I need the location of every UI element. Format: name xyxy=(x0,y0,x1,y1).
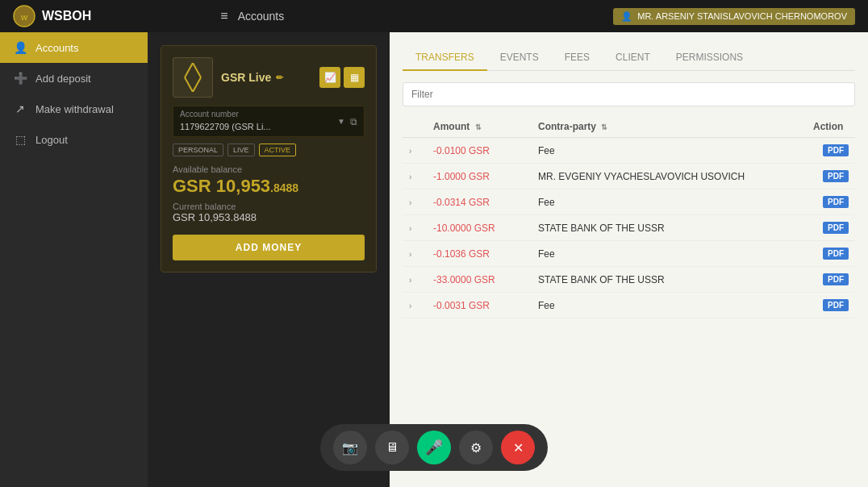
edit-icon[interactable]: ✏ xyxy=(276,73,283,83)
settings-icon: ⚙ xyxy=(470,440,482,456)
main-content: GSR Live ✏ 📈 ▦ Account number 1179622709… xyxy=(148,32,868,487)
row-amount: -33.0000 GSR xyxy=(433,274,495,285)
grid-button[interactable]: ▦ xyxy=(344,67,365,88)
row-expand-btn[interactable]: › xyxy=(409,302,411,310)
row-contra-party: Fee xyxy=(538,145,555,156)
table-row: › -33.0000 GSR STATE BANK OF THE USSR PD… xyxy=(403,267,855,293)
table-row: › -0.0100 GSR Fee PDF xyxy=(403,138,855,164)
badges-row: PERSONAL LIVE ACTIVE xyxy=(173,144,365,156)
available-balance-label: Available balance xyxy=(173,164,365,174)
account-number-info: Account number 1179622709 (GSR Li... xyxy=(180,110,271,133)
page-title: Accounts xyxy=(238,10,285,23)
filter-input[interactable] xyxy=(403,82,855,106)
row-contra-party: Fee xyxy=(538,197,555,208)
table-row: › -10.0000 GSR STATE BANK OF THE USSR PD… xyxy=(403,215,855,241)
sidebar-item-logout[interactable]: ⬚ Logout xyxy=(0,124,148,155)
withdrawal-icon: ↗ xyxy=(13,102,27,116)
logo-text: WSBOH xyxy=(42,9,91,23)
row-contra-party: Fee xyxy=(538,300,555,311)
row-expand-btn[interactable]: › xyxy=(409,147,411,156)
tab-permissions[interactable]: PERMISSIONS xyxy=(663,45,756,71)
row-amount: -0.1036 GSR xyxy=(433,248,490,260)
balance-whole: 10,953 xyxy=(216,176,270,196)
sidebar-label-add-deposit: Add deposit xyxy=(35,73,91,85)
account-panel: GSR Live ✏ 📈 ▦ Account number 1179622709… xyxy=(148,32,390,487)
badge-active: ACTIVE xyxy=(259,144,297,156)
row-contra-party: MR. EVGENIY VYACHESLAVOVICH USOVICH xyxy=(538,171,745,182)
current-balance-label: Current balance xyxy=(173,202,365,211)
row-pdf-button[interactable]: PDF xyxy=(823,196,849,208)
camera-icon: 📷 xyxy=(342,440,358,456)
row-amount: -10.0000 GSR xyxy=(433,223,495,234)
user-name: MR. ARSENIY STANISLAVOVICH CHERNOMOROV xyxy=(637,11,847,21)
add-deposit-icon: ➕ xyxy=(13,71,27,85)
tab-client[interactable]: CLIENT xyxy=(603,45,663,71)
row-expand-btn[interactable]: › xyxy=(409,250,411,259)
row-amount: -0.0031 GSR xyxy=(433,300,490,311)
microphone-icon: 🎤 xyxy=(425,439,443,456)
table-row: › -1.0000 GSR MR. EVGENIY VYACHESLAVOVIC… xyxy=(403,164,855,189)
available-balance-value: GSR 10,953.8488 xyxy=(173,176,365,197)
sidebar-label-withdrawal: Make withdrawal xyxy=(35,103,114,115)
row-expand-btn[interactable]: › xyxy=(409,173,411,181)
end-call-button[interactable]: ✕ xyxy=(501,431,535,464)
transfers-panel: TRANSFERS EVENTS FEES CLIENT PERMISSIONS… xyxy=(390,32,868,487)
copy-icon[interactable]: ⧉ xyxy=(350,116,357,127)
badge-personal: PERSONAL xyxy=(173,144,223,156)
topbar-title: ≡ Accounts xyxy=(220,9,613,23)
svg-line-5 xyxy=(193,77,201,92)
row-amount: -1.0000 GSR xyxy=(433,171,490,182)
tab-events[interactable]: EVENTS xyxy=(487,45,552,71)
balance-currency: GSR xyxy=(173,176,211,196)
account-card: GSR Live ✏ 📈 ▦ Account number 1179622709… xyxy=(161,45,377,273)
logo-icon: W xyxy=(13,5,35,27)
sidebar-item-add-deposit[interactable]: ➕ Add deposit xyxy=(0,63,148,94)
row-pdf-button[interactable]: PDF xyxy=(823,222,849,234)
accounts-icon: 👤 xyxy=(13,40,27,55)
row-pdf-button[interactable]: PDF xyxy=(823,170,849,182)
account-number-value: 1179622709 (GSR Li... xyxy=(180,122,271,131)
row-pdf-button[interactable]: PDF xyxy=(823,299,849,311)
sidebar-label-accounts: Accounts xyxy=(35,42,78,54)
row-expand-btn[interactable]: › xyxy=(409,224,411,233)
card-actions: 📈 ▦ xyxy=(319,67,365,88)
row-contra-party: STATE BANK OF THE USSR xyxy=(538,274,665,285)
tab-fees[interactable]: FEES xyxy=(552,45,603,71)
add-money-button[interactable]: ADD MONEY xyxy=(173,235,365,260)
row-expand-btn[interactable]: › xyxy=(409,198,411,207)
contra-sort-icon[interactable]: ⇅ xyxy=(601,123,607,131)
sidebar-item-accounts[interactable]: 👤 Accounts xyxy=(0,32,148,63)
balance-decimal: .8488 xyxy=(270,181,298,194)
svg-line-4 xyxy=(185,77,193,92)
current-balance-value: GSR 10,953.8488 xyxy=(173,211,365,223)
row-pdf-button[interactable]: PDF xyxy=(823,144,849,156)
floating-toolbar: 📷 🖥 🎤 ⚙ ✕ xyxy=(320,424,548,471)
col-header-action: Action xyxy=(807,116,855,138)
col-header-expand xyxy=(403,116,427,138)
svg-line-2 xyxy=(185,63,193,77)
topbar: W WSBOH ≡ Accounts 👤 MR. ARSENIY STANISL… xyxy=(0,0,868,32)
sidebar-item-make-withdrawal[interactable]: ↗ Make withdrawal xyxy=(0,94,148,124)
chart-button[interactable]: 📈 xyxy=(319,67,340,88)
logout-icon: ⬚ xyxy=(13,132,27,147)
row-pdf-button[interactable]: PDF xyxy=(823,248,849,260)
tab-transfers[interactable]: TRANSFERS xyxy=(403,45,487,71)
row-pdf-button[interactable]: PDF xyxy=(823,273,849,285)
row-expand-btn[interactable]: › xyxy=(409,276,411,285)
table-row: › -0.1036 GSR Fee PDF xyxy=(403,241,855,267)
sidebar: 👤 Accounts ➕ Add deposit ↗ Make withdraw… xyxy=(0,32,148,487)
hamburger-icon[interactable]: ≡ xyxy=(220,9,227,23)
camera-button[interactable]: 📷 xyxy=(333,431,367,464)
screen-share-button[interactable]: 🖥 xyxy=(375,431,409,464)
row-contra-party: STATE BANK OF THE USSR xyxy=(538,223,665,234)
settings-button[interactable]: ⚙ xyxy=(459,431,493,464)
logo-area: W WSBOH xyxy=(13,5,91,27)
svg-text:W: W xyxy=(21,14,28,22)
expand-icon[interactable]: ▼ xyxy=(337,117,345,126)
amount-sort-icon[interactable]: ⇅ xyxy=(475,123,482,131)
col-header-amount: Amount ⇅ xyxy=(427,116,532,138)
account-number-label: Account number xyxy=(180,110,271,119)
tabs-bar: TRANSFERS EVENTS FEES CLIENT PERMISSIONS xyxy=(403,45,855,71)
col-header-contra: Contra-party ⇅ xyxy=(532,116,807,138)
microphone-button[interactable]: 🎤 xyxy=(417,431,451,464)
